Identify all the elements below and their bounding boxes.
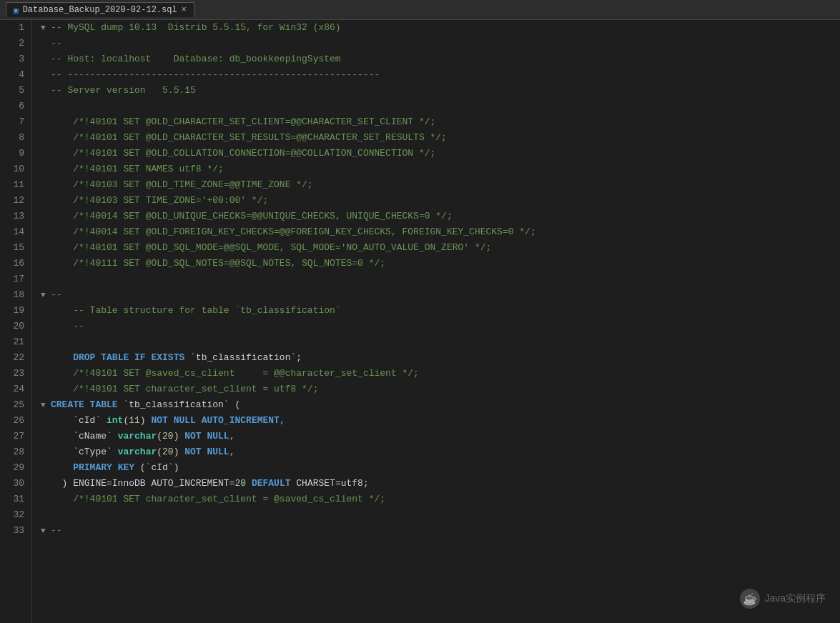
code-line: /*!40101 SET @OLD_CHARACTER_SET_RESULTS=…: [41, 130, 840, 146]
code-text: `cType` varchar(20) NOT NULL,: [51, 444, 234, 460]
line-number: 8: [7, 130, 24, 146]
code-text: PRIMARY KEY (`cId`): [51, 460, 179, 476]
line-number: 31: [7, 492, 24, 507]
line-number: 30: [7, 476, 24, 492]
line-number: 12: [7, 193, 24, 209]
code-line: ▼CREATE TABLE `tb_classification` (: [41, 397, 840, 413]
code-line: ▼--: [41, 523, 840, 539]
code-line: [41, 99, 840, 114]
code-text: /*!40101 SET @OLD_CHARACTER_SET_CLIENT=@…: [51, 114, 435, 130]
code-text: `cId` int(11) NOT NULL AUTO_INCREMENT,: [51, 413, 285, 429]
code-text: /*!40103 SET @OLD_TIME_ZONE=@@TIME_ZONE …: [51, 177, 313, 193]
code-line: `cId` int(11) NOT NULL AUTO_INCREMENT,: [41, 413, 840, 429]
code-line: [41, 507, 840, 523]
code-line: -- Host: localhost Database: db_bookkeep…: [41, 51, 840, 67]
line-number: 20: [7, 319, 24, 334]
code-text: DROP TABLE IF EXISTS `tb_classification`…: [51, 350, 302, 366]
line-number: 33: [7, 523, 24, 539]
code-text: --: [51, 319, 84, 334]
code-line: ▼--: [41, 287, 840, 303]
line-number: 7: [7, 114, 24, 130]
line-number: 23: [7, 366, 24, 382]
code-line: --: [41, 319, 840, 334]
editor-area: 1234567891011121314151617181920212223242…: [0, 20, 840, 623]
code-text: /*!40101 SET @saved_cs_client = @@charac…: [51, 366, 419, 382]
code-text: -- MySQL dump 10.13 Distrib 5.5.15, for …: [51, 20, 341, 36]
line-number: 4: [7, 67, 24, 83]
code-line: ) ENGINE=InnoDB AUTO_INCREMENT=20 DEFAUL…: [41, 476, 840, 492]
tab[interactable]: ▣ Database_Backup_2020-02-12.sql ×: [6, 2, 194, 17]
watermark-icon: ☕: [740, 589, 760, 609]
fold-icon[interactable]: ▼: [41, 397, 51, 413]
code-text: -- Table structure for table `tb_classif…: [51, 303, 341, 319]
code-line: -- Table structure for table `tb_classif…: [41, 303, 840, 319]
line-number: 3: [7, 51, 24, 67]
code-text: -- Host: localhost Database: db_bookkeep…: [51, 51, 341, 67]
code-text: /*!40101 SET @OLD_CHARACTER_SET_RESULTS=…: [51, 130, 447, 146]
line-number: 13: [7, 209, 24, 224]
code-text: ) ENGINE=InnoDB AUTO_INCREMENT=20 DEFAUL…: [51, 476, 369, 492]
code-line: /*!40101 SET character_set_client = utf8…: [41, 382, 840, 397]
fold-icon[interactable]: ▼: [41, 523, 51, 539]
line-number: 26: [7, 413, 24, 429]
line-number: 9: [7, 146, 24, 161]
code-content: ▼-- MySQL dump 10.13 Distrib 5.5.15, for…: [32, 20, 840, 623]
code-line: /*!40103 SET @OLD_TIME_ZONE=@@TIME_ZONE …: [41, 177, 840, 193]
code-text: /*!40111 SET @OLD_SQL_NOTES=@@SQL_NOTES,…: [51, 256, 385, 271]
code-text: /*!40101 SET character_set_client = @sav…: [51, 492, 385, 507]
code-line: `cName` varchar(20) NOT NULL,: [41, 429, 840, 444]
line-number: 2: [7, 36, 24, 51]
code-line: /*!40103 SET TIME_ZONE='+00:00' */;: [41, 193, 840, 209]
line-number: 22: [7, 350, 24, 366]
line-number: 27: [7, 429, 24, 444]
code-text: `cName` varchar(20) NOT NULL,: [51, 429, 234, 444]
line-number: 25: [7, 397, 24, 413]
code-text: --: [51, 287, 62, 303]
code-text: --: [51, 36, 62, 51]
code-line: -- Server version 5.5.15: [41, 83, 840, 99]
db-icon: ▣: [14, 6, 19, 15]
watermark: ☕ Java实例程序: [740, 589, 826, 609]
title-bar: ▣ Database_Backup_2020-02-12.sql ×: [0, 0, 840, 20]
code-line: PRIMARY KEY (`cId`): [41, 460, 840, 476]
code-text: /*!40103 SET TIME_ZONE='+00:00' */;: [51, 193, 268, 209]
line-number: 11: [7, 177, 24, 193]
line-number: 17: [7, 271, 24, 287]
line-number: 15: [7, 240, 24, 256]
fold-icon[interactable]: ▼: [41, 20, 51, 36]
code-line: ▼-- MySQL dump 10.13 Distrib 5.5.15, for…: [41, 20, 840, 36]
line-number: 28: [7, 444, 24, 460]
code-text: -- -------------------------------------…: [51, 67, 380, 83]
code-text: /*!40101 SET @OLD_COLLATION_CONNECTION=@…: [51, 146, 435, 161]
code-line: /*!40101 SET @OLD_COLLATION_CONNECTION=@…: [41, 146, 840, 161]
code-line: /*!40014 SET @OLD_UNIQUE_CHECKS=@@UNIQUE…: [41, 209, 840, 224]
line-number: 6: [7, 99, 24, 114]
line-numbers: 1234567891011121314151617181920212223242…: [0, 20, 32, 623]
line-number: 32: [7, 507, 24, 523]
code-line: [41, 271, 840, 287]
code-text: --: [51, 523, 62, 539]
code-text: CREATE TABLE `tb_classification` (: [51, 397, 240, 413]
tab-close-button[interactable]: ×: [182, 5, 187, 15]
code-text: /*!40101 SET @OLD_SQL_MODE=@@SQL_MODE, S…: [51, 240, 491, 256]
code-line: [41, 334, 840, 350]
code-text: /*!40101 SET NAMES utf8 */;: [51, 161, 224, 177]
code-line: `cType` varchar(20) NOT NULL,: [41, 444, 840, 460]
code-line: /*!40101 SET NAMES utf8 */;: [41, 161, 840, 177]
code-text: -- Server version 5.5.15: [51, 83, 196, 99]
line-number: 16: [7, 256, 24, 271]
line-number: 14: [7, 224, 24, 240]
line-number: 18: [7, 287, 24, 303]
code-line: /*!40101 SET @OLD_SQL_MODE=@@SQL_MODE, S…: [41, 240, 840, 256]
code-text: /*!40101 SET character_set_client = utf8…: [51, 382, 318, 397]
code-line: -- -------------------------------------…: [41, 67, 840, 83]
line-number: 24: [7, 382, 24, 397]
line-number: 21: [7, 334, 24, 350]
line-number: 10: [7, 161, 24, 177]
fold-icon[interactable]: ▼: [41, 287, 51, 303]
line-number: 1: [7, 20, 24, 36]
code-text: /*!40014 SET @OLD_FOREIGN_KEY_CHECKS=@@F…: [51, 224, 536, 240]
code-text: /*!40014 SET @OLD_UNIQUE_CHECKS=@@UNIQUE…: [51, 209, 453, 224]
code-line: /*!40111 SET @OLD_SQL_NOTES=@@SQL_NOTES,…: [41, 256, 840, 271]
code-line: DROP TABLE IF EXISTS `tb_classification`…: [41, 350, 840, 366]
